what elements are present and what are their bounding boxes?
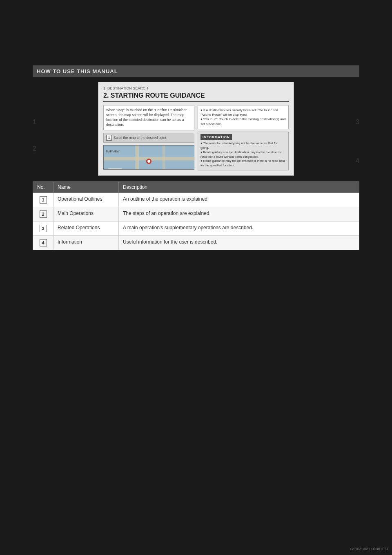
cell-name-2: Main Operations bbox=[53, 207, 119, 222]
callout-1: 1 bbox=[33, 119, 36, 126]
cell-name-1: Operational Outlines bbox=[53, 193, 119, 207]
section-header-text: HOW TO USE THIS MANUAL bbox=[37, 68, 118, 74]
table-header-row: No. Name Description bbox=[33, 182, 359, 193]
cell-desc-4: Useful information for the user is descr… bbox=[119, 236, 359, 250]
table-row: 1 Operational Outlines An outline of the… bbox=[33, 193, 359, 207]
watermark-text: carmanualonline.info bbox=[350, 546, 388, 551]
cell-no-1: 1 bbox=[33, 193, 53, 207]
svg-text:MAP VIEW: MAP VIEW bbox=[106, 150, 120, 152]
info-table: No. Name Description 1 Operational Outli… bbox=[33, 181, 359, 250]
cell-name-3: Related Operations bbox=[53, 222, 119, 236]
callout-2: 2 bbox=[33, 145, 36, 152]
diagram-wrapper: 1 2 3 4 1. DESTINATION SEARCH 2. STARTIN… bbox=[33, 82, 359, 176]
table-row: 3 Related Operations A main operation's … bbox=[33, 222, 359, 236]
info-items: ● The route for returning may not be the… bbox=[200, 141, 286, 168]
num-badge-4: 4 bbox=[40, 239, 47, 246]
col-header-name: Name bbox=[53, 182, 119, 193]
info-header: INFORMATION bbox=[200, 134, 232, 140]
related-text: ● If a destination has already been set:… bbox=[200, 108, 286, 126]
cell-no-2: 2 bbox=[33, 207, 53, 222]
cell-desc-3: A main operation's supplementary operati… bbox=[119, 222, 359, 236]
col-header-no: No. bbox=[33, 182, 53, 193]
section-header: HOW TO USE THIS MANUAL bbox=[33, 65, 359, 77]
steps-box: 1 Scroll the map to the desired point. bbox=[103, 133, 194, 143]
cell-no-3: 3 bbox=[33, 222, 53, 236]
cell-desc-1: An outline of the operation is explained… bbox=[119, 193, 359, 207]
cell-name-4: Information bbox=[53, 236, 119, 250]
diagram-left: When "Map" is touched on the "Confirm De… bbox=[103, 105, 194, 170]
num-badge-1: 1 bbox=[40, 196, 47, 204]
callout-3: 3 bbox=[356, 119, 359, 126]
num-badge-2: 2 bbox=[40, 210, 47, 218]
page-content: HOW TO USE THIS MANUAL 1 2 3 4 1. DESTIN… bbox=[33, 65, 359, 250]
diagram-breadcrumb: 1. DESTINATION SEARCH bbox=[103, 86, 289, 90]
svg-rect-2 bbox=[135, 145, 139, 170]
map-image: MAP VIEW ROUTE bbox=[103, 145, 194, 170]
watermark: carmanualonline.info bbox=[350, 546, 388, 551]
col-header-desc: Description bbox=[119, 182, 359, 193]
info-box: INFORMATION ● The route for returning ma… bbox=[198, 132, 289, 170]
diagram-box: 1. DESTINATION SEARCH 2. STARTING ROUTE … bbox=[98, 82, 294, 176]
cell-desc-2: The steps of an operation are explained. bbox=[119, 207, 359, 222]
table-row: 2 Main Operations The steps of an operat… bbox=[33, 207, 359, 222]
svg-point-5 bbox=[147, 160, 150, 163]
diagram-inner: When "Map" is touched on the "Confirm De… bbox=[103, 105, 289, 170]
related-box: ● If a destination has already been set:… bbox=[198, 105, 289, 129]
num-badge-3: 3 bbox=[40, 225, 47, 232]
diagram-right: ● If a destination has already been set:… bbox=[198, 105, 289, 170]
table-row: 4 Information Useful information for the… bbox=[33, 236, 359, 250]
svg-rect-7 bbox=[108, 168, 122, 170]
svg-rect-3 bbox=[163, 145, 165, 170]
cell-no-4: 4 bbox=[33, 236, 53, 250]
step-num-badge: 1 bbox=[106, 135, 112, 141]
step-label: Scroll the map to the desired point. bbox=[114, 136, 167, 140]
diagram-title: 2. STARTING ROUTE GUIDANCE bbox=[103, 92, 289, 102]
outline-box: When "Map" is touched on the "Confirm De… bbox=[103, 105, 194, 130]
callout-4: 4 bbox=[356, 157, 359, 165]
